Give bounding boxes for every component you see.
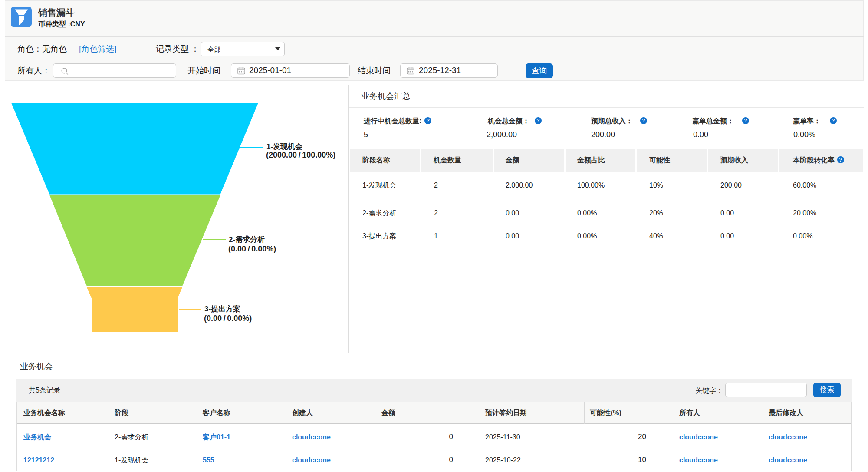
svg-text:3-提出方案: 3-提出方案 [204,304,240,313]
svg-text:(0.00 / 0.00%): (0.00 / 0.00%) [228,244,276,253]
svg-text:(2000.00 / 100.00%): (2000.00 / 100.00%) [266,151,335,159]
svg-text:1-发现机会: 1-发现机会 [266,142,303,151]
svg-text:2-需求分析: 2-需求分析 [229,235,265,244]
svg-text:(0.00 / 0.00%): (0.00 / 0.00%) [204,314,252,323]
